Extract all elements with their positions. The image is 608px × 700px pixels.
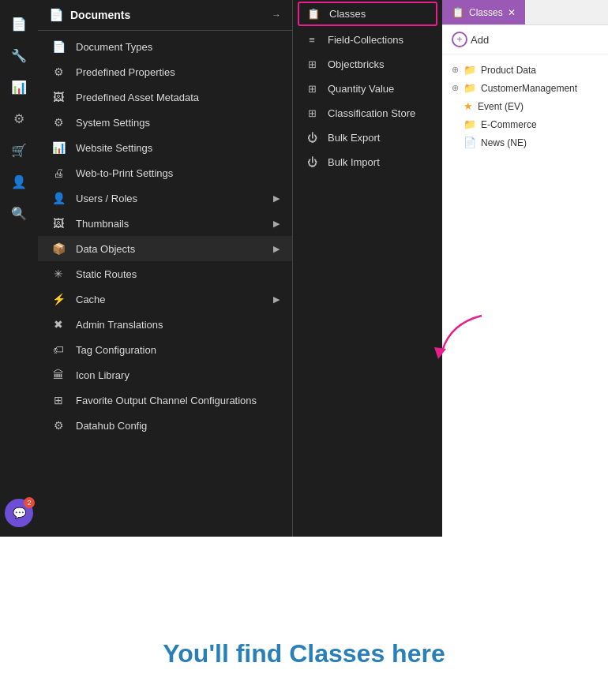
static-routes-icon: ✳ bbox=[51, 268, 66, 280]
classification-store-label: Classification Store bbox=[328, 107, 415, 119]
dark-menu-header[interactable]: 📄 Documents → bbox=[38, 0, 292, 31]
document-types-label: Document Types bbox=[76, 41, 280, 53]
bulk-export-icon: ⏻ bbox=[304, 132, 320, 144]
admin-translations-label: Admin Translations bbox=[76, 319, 280, 331]
predefined-properties-icon: ⚙ bbox=[51, 66, 66, 78]
classes-tab-close-button[interactable]: ✕ bbox=[508, 7, 516, 18]
predefined-asset-metadata-icon: 🖼 bbox=[51, 91, 66, 103]
tree-item-event[interactable]: ⊕ ★ Event (EV) bbox=[442, 97, 608, 115]
product-data-label: Product Data bbox=[481, 65, 536, 76]
nav-gear[interactable]: ⚙ bbox=[5, 104, 33, 133]
menu-item-system-settings[interactable]: ⚙ System Settings bbox=[38, 110, 292, 135]
classes-tree: ⊕ 📁 Product Data ⊕ 📁 CustomerManagement … bbox=[442, 54, 608, 158]
add-label: Add bbox=[471, 34, 489, 46]
icon-library-icon: 🏛 bbox=[51, 369, 66, 381]
menu-item-data-objects[interactable]: 📦 Data Objects ▶ bbox=[38, 236, 292, 261]
nav-cart[interactable]: 🛒 bbox=[5, 136, 33, 164]
menu-item-admin-translations[interactable]: ✖ Admin Translations bbox=[38, 312, 292, 337]
menu-item-predefined-properties[interactable]: ⚙ Predefined Properties bbox=[38, 59, 292, 84]
data-objects-label: Data Objects bbox=[76, 243, 273, 255]
menu-item-static-routes[interactable]: ✳ Static Routes bbox=[38, 261, 292, 286]
event-label: Event (EV) bbox=[478, 101, 524, 112]
submenu-item-classes[interactable]: 📋 Classes bbox=[298, 2, 437, 26]
classes-panel: 📋 Classes ✕ + Add ⊕ 📁 Product Data ⊕ 📁 C… bbox=[442, 0, 608, 237]
nav-search[interactable]: 🔍 bbox=[5, 199, 33, 227]
menu-item-website-settings[interactable]: 📊 Website Settings bbox=[38, 135, 292, 160]
customer-management-label: CustomerManagement bbox=[481, 83, 577, 94]
static-routes-label: Static Routes bbox=[76, 268, 280, 280]
ecommerce-label: E-Commerce bbox=[481, 119, 537, 130]
menu-item-document-types[interactable]: 📄 Document Types bbox=[38, 34, 292, 59]
web-to-print-label: Web-to-Print Settings bbox=[76, 167, 280, 179]
chat-badge-button[interactable]: 💬 2 bbox=[5, 499, 33, 527]
quantity-value-icon: ⊞ bbox=[304, 83, 320, 95]
users-roles-icon: 👤 bbox=[51, 192, 66, 204]
data-objects-arrow: ▶ bbox=[273, 244, 280, 254]
menu-item-users-roles[interactable]: 👤 Users / Roles ▶ bbox=[38, 185, 292, 211]
news-label: News (NE) bbox=[481, 137, 527, 148]
nav-wrench[interactable]: 🔧 bbox=[5, 41, 33, 69]
menu-item-icon-library[interactable]: 🏛 Icon Library bbox=[38, 362, 292, 387]
submenu-item-quantity-value[interactable]: ⊞ Quantity Value bbox=[293, 77, 442, 101]
classes-toolbar: + Add bbox=[442, 25, 608, 54]
field-collections-icon: ≡ bbox=[304, 34, 320, 46]
system-settings-icon: ⚙ bbox=[51, 116, 66, 129]
menu-item-datahub-config[interactable]: ⚙ Datahub Config bbox=[38, 413, 292, 438]
bottom-text: You'll find Classes here bbox=[0, 639, 608, 668]
classes-submenu-label: Classes bbox=[329, 8, 366, 20]
tree-item-news[interactable]: ⊕ 📄 News (NE) bbox=[442, 133, 608, 152]
predefined-asset-metadata-label: Predefined Asset Metadata bbox=[76, 92, 280, 103]
classes-tab-icon: 📋 bbox=[452, 6, 464, 18]
menu-list: 📄 Document Types ⚙ Predefined Properties… bbox=[38, 31, 292, 537]
submenu-item-bulk-export[interactable]: ⏻ Bulk Export bbox=[293, 125, 442, 150]
tree-item-ecommerce[interactable]: ⊕ 📁 E-Commerce bbox=[442, 115, 608, 133]
cache-icon: ⚡ bbox=[51, 293, 66, 305]
menu-item-favorite-output[interactable]: ⊞ Favorite Output Channel Configurations bbox=[38, 387, 292, 413]
nav-chart[interactable]: 📊 bbox=[5, 73, 33, 101]
web-to-print-icon: 🖨 bbox=[51, 167, 66, 179]
tag-configuration-icon: 🏷 bbox=[51, 343, 66, 356]
cache-label: Cache bbox=[76, 294, 273, 305]
bottom-area: You'll find Classes here bbox=[0, 537, 608, 700]
classification-store-icon: ⊞ bbox=[304, 107, 320, 119]
folder-icon-ecommerce: 📁 bbox=[464, 118, 476, 130]
submenu-panel: 📋 Classes ≡ Field-Collections ⊞ Objectbr… bbox=[292, 0, 442, 537]
folder-icon-product-data: 📁 bbox=[464, 64, 476, 76]
folder-icon-customer-management: 📁 bbox=[464, 82, 476, 94]
chat-badge-count: 2 bbox=[24, 497, 35, 508]
menu-item-predefined-asset-metadata[interactable]: 🖼 Predefined Asset Metadata bbox=[38, 84, 292, 110]
menu-item-tag-configuration[interactable]: 🏷 Tag Configuration bbox=[38, 337, 292, 362]
classes-tab-bar: 📋 Classes ✕ bbox=[442, 0, 608, 25]
submenu-item-bulk-import[interactable]: ⏻ Bulk Import bbox=[293, 150, 442, 174]
folder-icon-news: 📄 bbox=[464, 137, 476, 148]
dark-menu: 📄 Documents → 📄 Document Types ⚙ Predefi… bbox=[38, 0, 292, 537]
classes-tab[interactable]: 📋 Classes ✕ bbox=[442, 0, 525, 24]
plus-icon-customer-management: ⊕ bbox=[452, 83, 459, 93]
objectbricks-label: Objectbricks bbox=[328, 58, 385, 70]
classes-icon: 📋 bbox=[306, 8, 321, 20]
classes-tab-label: Classes bbox=[469, 7, 503, 18]
nav-users[interactable]: 👤 bbox=[5, 167, 33, 196]
add-button[interactable]: + Add bbox=[452, 32, 489, 47]
system-settings-label: System Settings bbox=[76, 117, 280, 129]
datahub-config-icon: ⚙ bbox=[51, 419, 66, 432]
icon-bar: 📄 🔧 📊 ⚙ 🛒 👤 🔍 💬 2 bbox=[0, 0, 38, 537]
submenu-item-objectbricks[interactable]: ⊞ Objectbricks bbox=[293, 52, 442, 77]
menu-item-cache[interactable]: ⚡ Cache ▶ bbox=[38, 286, 292, 312]
website-settings-icon: 📊 bbox=[51, 141, 66, 154]
bulk-export-label: Bulk Export bbox=[328, 132, 380, 144]
menu-item-thumbnails[interactable]: 🖼 Thumbnails ▶ bbox=[38, 211, 292, 236]
tree-item-customer-management[interactable]: ⊕ 📁 CustomerManagement bbox=[442, 79, 608, 97]
plus-icon-product-data: ⊕ bbox=[452, 65, 459, 75]
favorite-output-label: Favorite Output Channel Configurations bbox=[76, 395, 280, 406]
star-icon-event: ★ bbox=[464, 100, 473, 112]
website-settings-label: Website Settings bbox=[76, 142, 280, 154]
menu-item-web-to-print[interactable]: 🖨 Web-to-Print Settings bbox=[38, 160, 292, 185]
users-roles-label: Users / Roles bbox=[76, 193, 273, 204]
nav-file[interactable]: 📄 bbox=[5, 9, 33, 38]
submenu-item-classification-store[interactable]: ⊞ Classification Store bbox=[293, 101, 442, 125]
submenu-item-field-collections[interactable]: ≡ Field-Collections bbox=[293, 28, 442, 52]
tree-item-product-data[interactable]: ⊕ 📁 Product Data bbox=[442, 61, 608, 79]
thumbnails-arrow: ▶ bbox=[273, 219, 280, 229]
add-icon-circle: + bbox=[452, 32, 467, 47]
